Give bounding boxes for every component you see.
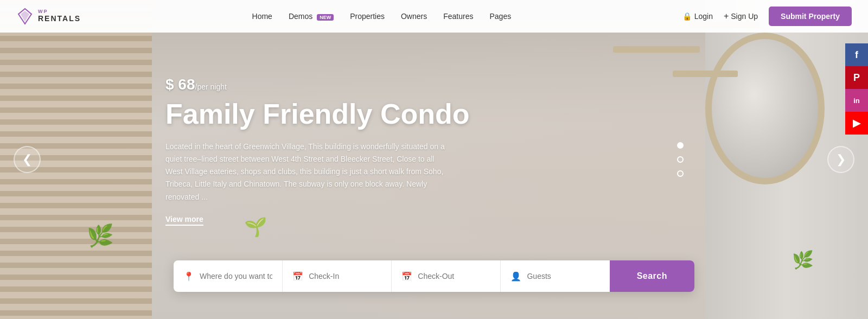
shelf-2 — [613, 46, 700, 53]
youtube-button[interactable]: ▶ — [845, 112, 868, 135]
nav-link-properties[interactable]: Properties — [350, 12, 385, 21]
lock-icon: 🔒 — [682, 12, 692, 21]
slider-dot-3[interactable] — [677, 170, 684, 177]
pinterest-icon: P — [853, 72, 860, 84]
signup-link[interactable]: + Sign Up — [724, 11, 758, 21]
instagram-button[interactable]: in — [845, 89, 868, 112]
arrow-left-icon: ❮ — [22, 152, 32, 167]
submit-property-button[interactable]: Submit Property — [769, 7, 852, 26]
logo-diamond-icon — [16, 8, 34, 25]
hero-section: 🌿 🌱 🌿 WP RENTALS Home Demos new — [0, 0, 868, 319]
plus-icon: + — [724, 11, 729, 21]
slider-dot-2[interactable] — [677, 156, 684, 163]
nav-link-owners[interactable]: Owners — [401, 12, 427, 21]
slider-arrow-left[interactable]: ❮ — [14, 146, 41, 173]
guests-input[interactable] — [527, 272, 599, 280]
hero-title: Family Friendly Condo — [165, 99, 470, 130]
checkout-field: 📅 — [392, 260, 501, 292]
logo-text: WP RENTALS — [38, 9, 81, 23]
guests-icon: 👤 — [510, 271, 521, 282]
checkin-icon: 📅 — [292, 271, 303, 282]
hero-description: Located in the heart of Greenwich Villag… — [165, 141, 453, 203]
navigation: WP RENTALS Home Demos new Properties Own… — [0, 0, 868, 33]
pinterest-button[interactable]: P — [845, 66, 868, 89]
checkout-icon: 📅 — [401, 271, 412, 282]
checkin-field: 📅 — [283, 260, 392, 292]
nav-link-home[interactable]: Home — [252, 12, 272, 21]
nav-link-pages[interactable]: Pages — [489, 12, 511, 21]
view-more-link[interactable]: View more — [165, 215, 203, 226]
mirror-decoration — [705, 33, 825, 184]
checkout-input[interactable] — [418, 272, 490, 280]
location-icon: 📍 — [183, 271, 194, 282]
shelf-3 — [673, 71, 738, 77]
nav-item-owners: Owners — [401, 11, 427, 21]
plant-left: 🌿 — [87, 223, 114, 248]
nav-right: 🔒 Login + Sign Up Submit Property — [682, 7, 852, 26]
instagram-icon: in — [853, 97, 860, 105]
logo[interactable]: WP RENTALS — [16, 8, 81, 25]
facebook-button[interactable]: f — [845, 43, 868, 66]
login-link[interactable]: 🔒 Login — [682, 12, 713, 21]
logo-bottom-text: RENTALS — [38, 15, 81, 23]
search-bar: 📍 📅 📅 👤 Search — [174, 260, 694, 292]
nav-item-features: Features — [443, 11, 473, 21]
nav-link-features[interactable]: Features — [443, 12, 473, 21]
guests-field: 👤 — [501, 260, 609, 292]
slider-dots — [677, 142, 684, 177]
price-suffix: /per night — [195, 82, 227, 91]
plant-right: 🌿 — [792, 250, 814, 270]
youtube-icon: ▶ — [853, 117, 860, 129]
slider-dot-1[interactable] — [677, 142, 684, 149]
hero-content: $ 68/per night Family Friendly Condo Loc… — [165, 76, 470, 224]
arrow-right-icon: ❯ — [836, 152, 846, 167]
demos-badge: new — [317, 14, 334, 21]
facebook-icon: f — [855, 49, 858, 61]
price-amount: $ 68 — [165, 76, 195, 93]
social-sidebar: f P in ▶ — [845, 43, 868, 135]
nav-links: Home Demos new Properties Owners Feature… — [252, 11, 512, 21]
price-display: $ 68/per night — [165, 76, 470, 93]
location-input[interactable] — [200, 272, 272, 280]
nav-link-demos[interactable]: Demos new — [289, 12, 334, 21]
location-field: 📍 — [174, 260, 283, 292]
slider-arrow-right[interactable]: ❯ — [827, 146, 854, 173]
nav-item-pages: Pages — [489, 11, 511, 21]
nav-item-home: Home — [252, 11, 272, 21]
nav-item-demos: Demos new — [289, 11, 334, 21]
nav-item-properties: Properties — [350, 11, 385, 21]
search-button[interactable]: Search — [610, 260, 694, 292]
checkin-input[interactable] — [309, 272, 381, 280]
